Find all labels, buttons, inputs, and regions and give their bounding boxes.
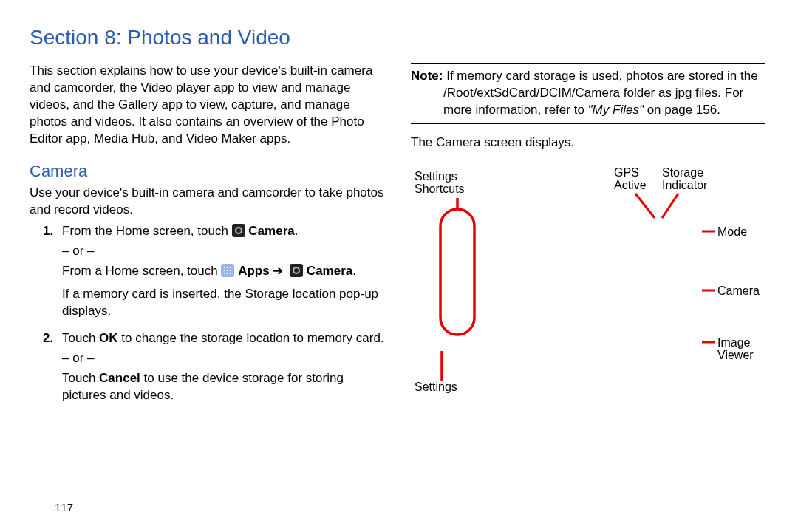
screen-displays-text: The Camera screen displays.	[411, 134, 765, 151]
page-number: 117	[55, 501, 73, 514]
step1-tail: If a memory card is inserted, the Storag…	[62, 286, 384, 320]
intro-paragraph: This section explains how to use your de…	[30, 63, 384, 148]
apps-label: Apps	[238, 264, 273, 278]
note-body: /Root/extSdCard/DCIM/Camera folder as jp…	[411, 85, 765, 119]
diagram-svg	[411, 159, 765, 403]
note-rule-bottom	[411, 123, 765, 124]
svg-line-4	[662, 194, 678, 218]
step1-alt: From a Home screen, touch Apps ➔ Camera.	[62, 263, 384, 280]
step-1: From the Home screen, touch Camera. – or…	[30, 223, 384, 320]
step2b-text: Touch	[62, 371, 99, 385]
step2-tail: to change the storage location to memory…	[118, 331, 384, 345]
cancel-label: Cancel	[99, 371, 140, 385]
step2-alt: Touch Cancel to use the device storage f…	[62, 370, 384, 404]
note-ref: "My Files"	[588, 103, 644, 117]
two-column-layout: This section explains how to use your de…	[30, 63, 768, 415]
or-divider-1: – or –	[62, 243, 384, 260]
step2-text: Touch	[62, 331, 99, 345]
camera-icon-2	[290, 264, 303, 277]
manual-page: Section 8: Photos and Video This section…	[0, 0, 798, 532]
step1-text-a: From the Home screen, touch	[62, 224, 232, 238]
camera-label-2: Camera	[307, 264, 352, 278]
note-block: Note: If memory card storage is used, ph…	[411, 68, 765, 119]
camera-icon	[232, 224, 245, 237]
camera-label: Camera	[248, 224, 294, 238]
note-tail: on page 156.	[644, 103, 720, 117]
steps-list: From the Home screen, touch Camera. – or…	[30, 223, 384, 403]
camera-screen-diagram: Settings Shortcuts Settings GPS Active S…	[411, 159, 765, 403]
svg-rect-0	[440, 209, 474, 335]
section-title: Section 8: Photos and Video	[30, 26, 768, 50]
note-line1: If memory card storage is used, photos a…	[446, 69, 757, 83]
camera-heading: Camera	[30, 160, 384, 183]
step-2: Touch OK to change the storage location …	[30, 330, 384, 404]
step1-alt-pre: From a Home screen, touch	[62, 264, 221, 278]
right-column: Note: If memory card storage is used, ph…	[411, 63, 765, 415]
arrow-icon: ➔	[273, 264, 283, 278]
note-rule-top	[411, 63, 765, 64]
camera-intro: Use your device's built-in camera and ca…	[30, 185, 384, 219]
or-divider-2: – or –	[62, 350, 384, 367]
note-label: Note:	[411, 69, 446, 83]
apps-icon	[221, 264, 234, 277]
svg-line-3	[635, 194, 655, 218]
ok-label: OK	[99, 331, 118, 345]
left-column: This section explains how to use your de…	[30, 63, 384, 415]
